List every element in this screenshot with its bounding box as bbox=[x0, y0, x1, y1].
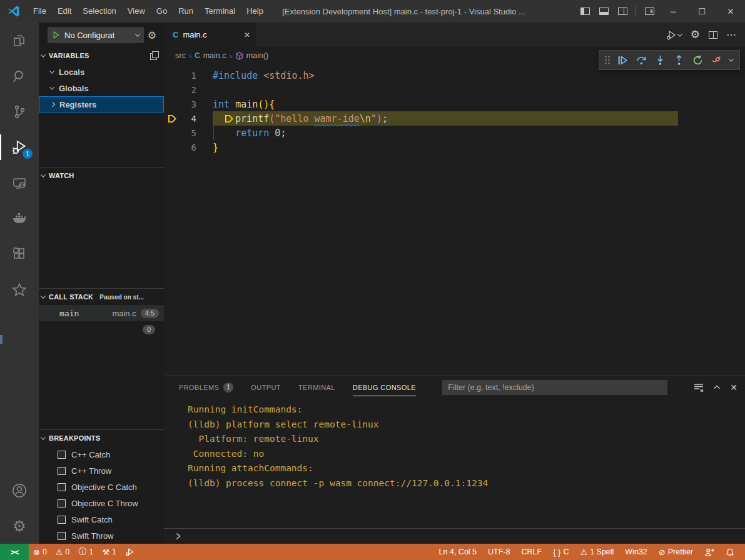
status-debug[interactable] bbox=[121, 544, 139, 560]
breakpoint-checkbox[interactable] bbox=[58, 483, 66, 491]
breakpoint-checkbox[interactable] bbox=[58, 451, 66, 459]
status-feedback[interactable] bbox=[699, 544, 720, 560]
menu-file[interactable]: File bbox=[28, 0, 52, 22]
status-platform[interactable]: Win32 bbox=[619, 544, 652, 560]
close-panel-icon[interactable]: ✕ bbox=[730, 382, 737, 392]
maximize-panel-icon[interactable] bbox=[712, 383, 721, 392]
tab-close-icon[interactable]: ✕ bbox=[244, 31, 250, 39]
code-line-6[interactable]: 6} bbox=[164, 140, 745, 154]
inline-breakpoint-icon[interactable] bbox=[225, 114, 234, 123]
breakpoint-row[interactable]: Objective C Catch bbox=[39, 479, 164, 495]
breakpoint-checkbox[interactable] bbox=[58, 532, 66, 540]
status-language-mode[interactable]: { }C bbox=[547, 544, 574, 560]
call-stack-header[interactable]: CALL STACK Paused on st... bbox=[39, 289, 164, 305]
disconnect-button[interactable] bbox=[708, 52, 724, 68]
step-into-button[interactable] bbox=[652, 52, 668, 68]
status-cursor-position[interactable]: Ln 4, Col 5 bbox=[433, 544, 482, 560]
status-tools[interactable]: ⚒1 bbox=[98, 544, 121, 560]
maximize-button[interactable]: ☐ bbox=[687, 0, 716, 22]
menu-run[interactable]: Run bbox=[173, 0, 199, 22]
split-editor-icon[interactable] bbox=[709, 31, 717, 39]
remote-explorer-icon[interactable] bbox=[0, 165, 39, 201]
explorer-icon[interactable] bbox=[0, 22, 39, 58]
breakpoint-row[interactable]: Swift Throw bbox=[39, 528, 164, 544]
toolbar-gripper[interactable] bbox=[603, 52, 612, 68]
more-actions-icon[interactable]: ⋯ bbox=[726, 29, 736, 41]
star-extension-icon[interactable] bbox=[0, 272, 39, 308]
restart-button[interactable] bbox=[689, 52, 706, 68]
menu-view[interactable]: View bbox=[122, 0, 151, 22]
search-icon[interactable] bbox=[0, 58, 39, 94]
status-notifications[interactable] bbox=[720, 544, 740, 560]
status-spell-status[interactable]: ⚠1 Spell bbox=[574, 544, 619, 560]
minimize-button[interactable]: ─ bbox=[659, 0, 687, 22]
variables-item-locals[interactable]: Locals bbox=[39, 64, 164, 80]
editor-gear-icon[interactable]: ⚙ bbox=[691, 29, 700, 40]
breakpoints-header[interactable]: BREAKPOINTS bbox=[39, 430, 164, 446]
watch-header[interactable]: WATCH bbox=[39, 168, 164, 184]
console-filter-box[interactable] bbox=[442, 380, 667, 395]
breakpoint-checkbox[interactable] bbox=[58, 516, 66, 524]
variables-header[interactable]: VARIABLES bbox=[39, 48, 164, 64]
start-debug-icon[interactable] bbox=[52, 31, 60, 39]
tab-main-c[interactable]: C main.c ✕ bbox=[164, 22, 256, 47]
menu-help[interactable]: Help bbox=[241, 0, 269, 22]
extensions-icon[interactable] bbox=[0, 236, 39, 272]
status-encoding[interactable]: UTF-8 bbox=[482, 544, 515, 560]
status-error[interactable]: ⊗0 bbox=[29, 544, 51, 560]
menu-go[interactable]: Go bbox=[151, 0, 173, 22]
code-line-2[interactable]: 2 bbox=[164, 82, 745, 97]
toggle-sidebar-icon[interactable] bbox=[575, 0, 594, 22]
source-control-icon[interactable] bbox=[0, 94, 39, 129]
code-line-4[interactable]: 4 printf("hello wamr-ide\n"); bbox=[164, 111, 745, 126]
breakpoint-row[interactable]: Swift Catch bbox=[39, 511, 164, 528]
remote-indicator[interactable]: >< bbox=[0, 544, 29, 560]
copy-icon[interactable] bbox=[150, 51, 159, 60]
menu-edit[interactable]: Edit bbox=[52, 0, 77, 22]
breakpoint-row[interactable]: C++ Throw bbox=[39, 462, 164, 479]
panel-tab-terminal[interactable]: TERMINAL bbox=[298, 376, 335, 399]
accounts-icon[interactable] bbox=[0, 472, 39, 508]
run-and-debug-icon[interactable]: 1 bbox=[0, 129, 39, 165]
status-info[interactable]: ⓘ1 bbox=[74, 544, 98, 560]
code-line-5[interactable]: 5 return 0; bbox=[164, 126, 745, 140]
clear-console-icon[interactable] bbox=[694, 382, 704, 392]
continue-button[interactable] bbox=[614, 52, 631, 68]
variables-item-registers[interactable]: Registers bbox=[39, 96, 164, 112]
breakpoint-checkbox[interactable] bbox=[58, 467, 66, 475]
console-filter-input[interactable] bbox=[443, 383, 667, 392]
menu-selection[interactable]: Selection bbox=[77, 0, 121, 22]
debug-console-input[interactable] bbox=[164, 528, 745, 544]
breadcrumb-file[interactable]: main.c bbox=[203, 51, 226, 60]
settings-gear-icon[interactable]: ⚙ bbox=[0, 508, 39, 544]
status-eol[interactable]: CRLF bbox=[515, 544, 547, 560]
step-over-button[interactable] bbox=[633, 52, 649, 68]
breakpoint-row[interactable]: Objective C Throw bbox=[39, 495, 164, 511]
step-out-button[interactable] bbox=[671, 52, 687, 68]
code-line-3[interactable]: 3int main(){ bbox=[164, 97, 745, 111]
breadcrumb-symbol[interactable]: main() bbox=[246, 51, 268, 60]
breakpoint-row[interactable]: C++ Catch bbox=[39, 446, 164, 462]
debug-current-frame-icon[interactable] bbox=[164, 114, 180, 123]
status-warning[interactable]: ⚠0 bbox=[51, 544, 74, 560]
status-prettier-status[interactable]: ⊘Prettier bbox=[653, 544, 699, 560]
run-or-debug-button[interactable] bbox=[666, 29, 682, 41]
panel-tab-output[interactable]: OUTPUT bbox=[251, 376, 281, 399]
launch-json-gear-icon[interactable]: ⚙ bbox=[144, 29, 160, 41]
toggle-secondary-sidebar-icon[interactable] bbox=[613, 0, 632, 22]
variables-item-globals[interactable]: Globals bbox=[39, 80, 164, 96]
menu-terminal[interactable]: Terminal bbox=[199, 0, 241, 22]
breadcrumb-folder[interactable]: src bbox=[175, 51, 186, 60]
customize-layout-icon[interactable] bbox=[640, 0, 659, 22]
panel-tab-debug-console[interactable]: DEBUG CONSOLE bbox=[353, 376, 416, 399]
launch-configuration-dropdown[interactable]: No Configurat bbox=[48, 27, 144, 43]
thread-row[interactable]: 0 bbox=[39, 321, 164, 338]
toggle-panel-icon[interactable] bbox=[594, 0, 613, 22]
panel-tab-problems[interactable]: PROBLEMS1 bbox=[179, 376, 233, 399]
debug-session-dropdown-icon[interactable] bbox=[727, 52, 736, 68]
code-line-1[interactable]: 1#include <stdio.h> bbox=[164, 68, 745, 82]
close-button[interactable]: ✕ bbox=[716, 0, 745, 22]
breakpoint-checkbox[interactable] bbox=[58, 499, 66, 508]
stack-frame-row[interactable]: main main.c 4:5 bbox=[39, 305, 164, 321]
docker-icon[interactable] bbox=[0, 201, 39, 236]
